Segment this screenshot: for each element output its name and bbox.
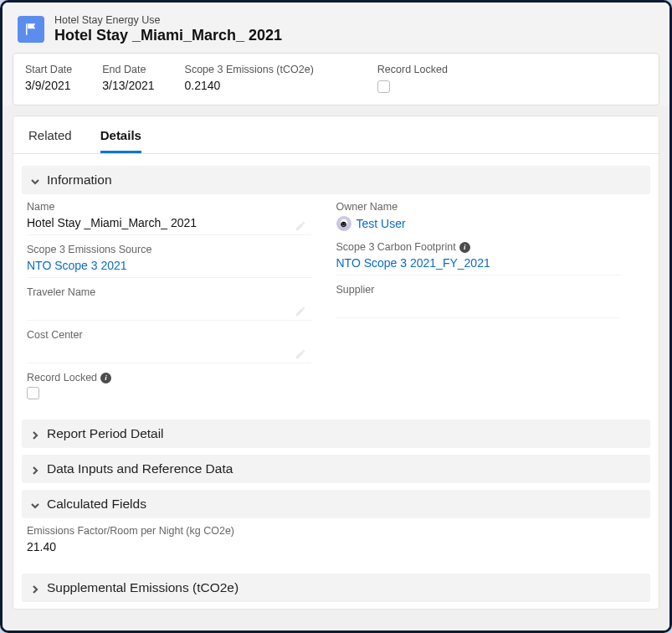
section-ghg-results[interactable]: Greenhouse Gas Emissions Results	[22, 609, 650, 610]
info-icon[interactable]: i	[100, 373, 111, 383]
record-header: Hotel Stay Energy Use Hotel Stay _Miami_…	[3, 3, 669, 106]
section-data-inputs-label: Data Inputs and Reference Data	[47, 461, 233, 476]
traveler-label: Traveler Name	[27, 286, 311, 298]
source-label: Scope 3 Emissions Source	[27, 244, 311, 255]
supplier-label: Supplier	[336, 284, 621, 296]
chevron-right-icon	[30, 583, 40, 593]
end-date-value: 3/13/2021	[102, 79, 154, 92]
detail-panel: Related Details Information Name Hotel S…	[13, 116, 659, 610]
owner-link[interactable]: Test User	[357, 217, 406, 230]
section-report-period[interactable]: Report Period Detail	[22, 419, 650, 448]
flag-icon	[18, 16, 44, 43]
pencil-icon[interactable]	[295, 306, 306, 317]
section-information[interactable]: Information	[22, 166, 650, 194]
section-supplemental[interactable]: Supplemental Emissions (tCO2e)	[22, 574, 650, 602]
chevron-down-icon	[30, 175, 40, 185]
source-link[interactable]: NTO Scope 3 2021	[27, 257, 311, 278]
avatar: ☻	[336, 216, 351, 231]
name-value: Hotel Stay _Miami_March_ 2021	[27, 214, 311, 235]
section-data-inputs[interactable]: Data Inputs and Reference Data	[22, 455, 650, 483]
supplier-value	[336, 297, 621, 318]
summary-bar: Start Date 3/9/2021 End Date 3/13/2021 S…	[13, 53, 659, 106]
section-information-label: Information	[47, 172, 112, 188]
pencil-icon[interactable]	[295, 220, 306, 232]
record-locked-checkbox[interactable]	[377, 80, 390, 93]
section-calculated[interactable]: Calculated Fields	[22, 490, 650, 518]
tab-related[interactable]: Related	[28, 128, 72, 153]
start-date-value: 3/9/2021	[25, 79, 72, 92]
section-supplemental-label: Supplemental Emissions (tCO2e)	[47, 580, 239, 595]
footprint-label: Scope 3 Carbon Footprint i	[336, 241, 621, 253]
scope3-value: 0.2140	[185, 79, 314, 92]
section-calculated-label: Calculated Fields	[47, 497, 146, 512]
record-locked-label: Record Locked	[377, 64, 448, 75]
chevron-right-icon	[30, 464, 40, 474]
traveler-value	[27, 300, 311, 321]
record-locked-field-label: Record Locked i	[27, 372, 311, 383]
chevron-down-icon	[30, 499, 40, 509]
name-label: Name	[27, 201, 311, 213]
end-date-label: End Date	[102, 64, 154, 75]
start-date-label: Start Date	[25, 64, 72, 75]
section-report-period-label: Report Period Detail	[47, 426, 164, 441]
tab-details[interactable]: Details	[100, 128, 141, 153]
ef-room-label: Emissions Factor/Room per Night (kg CO2e…	[27, 525, 645, 537]
info-icon[interactable]: i	[459, 242, 470, 253]
pencil-icon[interactable]	[295, 348, 306, 360]
cost-center-label: Cost Center	[27, 329, 311, 341]
ef-room-value: 21.40	[27, 538, 645, 555]
footprint-link[interactable]: NTO Scope 3 2021_FY_2021	[336, 255, 621, 275]
owner-label: Owner Name	[336, 201, 621, 213]
record-locked-field-checkbox[interactable]	[27, 387, 39, 399]
page-title: Hotel Stay _Miami_March_ 2021	[54, 27, 282, 44]
object-type: Hotel Stay Energy Use	[54, 14, 282, 26]
cost-center-value	[27, 342, 311, 363]
chevron-right-icon	[30, 429, 40, 439]
scope3-label: Scope 3 Emissions (tCO2e)	[185, 64, 314, 75]
